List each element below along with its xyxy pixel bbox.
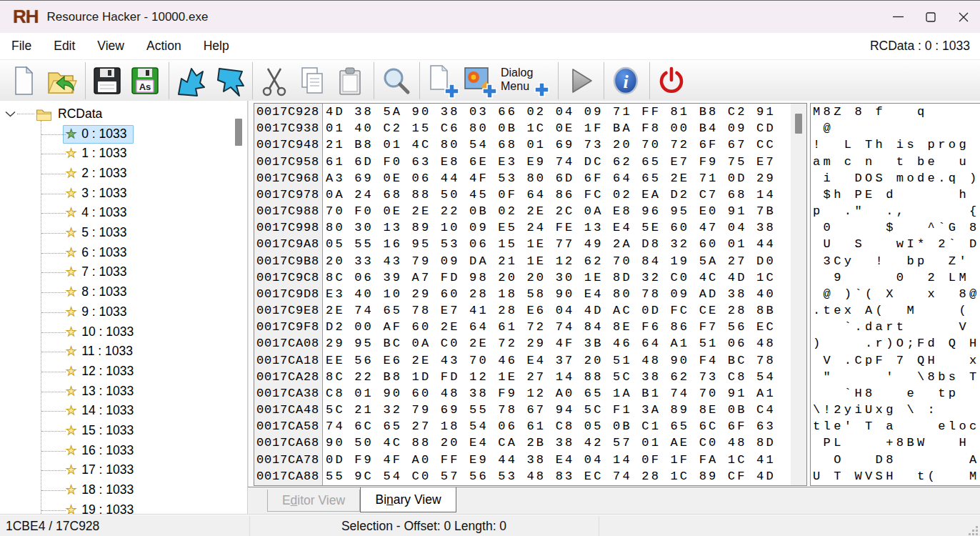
hex-row-bytes[interactable]: 21 B8 01 4C 80 54 68 01 69 73 20 70 72 6… [326, 138, 776, 152]
new-file-button[interactable] [6, 62, 41, 99]
ascii-row[interactable]: $h PE d h [813, 188, 980, 204]
hex-row[interactable]: 0017CA38C8 01 90 60 48 38 F9 12 A0 65 1A… [256, 387, 776, 403]
menu-help[interactable]: Help [202, 39, 231, 54]
tree-item[interactable]: ★15 : 1033 [0, 422, 247, 441]
find-button[interactable] [378, 62, 414, 99]
hex-view-panel[interactable]: 0017C9284D 38 5A 90 38 03 66 02 04 09 71… [254, 103, 807, 486]
ascii-row[interactable]: p ." ., { [813, 204, 980, 221]
tree-item[interactable]: ★9 : 1033 [0, 302, 247, 322]
menu-view[interactable]: View [96, 39, 126, 54]
ascii-view-panel[interactable]: M8Z 8 f q @ ! L Th is prog am c n t be u… [810, 103, 980, 486]
hex-row-bytes[interactable]: 55 9C 54 C0 57 56 53 48 83 EC 74 28 1C 8… [326, 470, 776, 483]
hex-row-bytes[interactable]: A3 69 0E 06 44 4F 53 80 6D 6F 64 65 2E 7… [326, 172, 776, 185]
ascii-row[interactable]: " ' \8bs T [813, 370, 980, 387]
ascii-row[interactable]: .tex A( M ( [813, 304, 980, 320]
add-dialog-menu-button[interactable]: Dialog Menu [499, 62, 552, 99]
hex-row[interactable]: 0017CA288C 22 B8 1D FD 12 1E 27 14 88 5C… [256, 370, 776, 387]
ascii-row[interactable]: U S wI* 2` D [813, 237, 980, 254]
close-button[interactable] [947, 1, 980, 33]
tree-item[interactable]: ★6 : 1033 [0, 243, 247, 262]
hex-row-bytes[interactable]: 8C 06 39 A7 FD 98 20 20 30 1E 8D 32 C0 4… [326, 271, 776, 284]
tree-item[interactable]: ★16 : 1033 [0, 441, 247, 460]
hex-row-bytes[interactable]: 29 95 BC 0A C0 2E 72 29 4F 3B 46 64 A1 5… [326, 337, 776, 350]
menu-edit[interactable]: Edit [52, 39, 76, 54]
hex-row[interactable]: 0017CA8855 9C 54 C0 57 56 53 48 83 EC 74… [256, 470, 776, 486]
tree-item[interactable]: ★14 : 1033 [0, 402, 247, 421]
hex-row[interactable]: 0017C9E82E 74 65 78 E7 41 28 E6 04 4D AC… [256, 304, 776, 320]
ascii-row[interactable]: ) .r)O;Fd Q H [813, 337, 980, 353]
tree-root-rcdata[interactable]: RCData [0, 104, 247, 124]
ascii-row[interactable]: 9 0 2 LM [813, 271, 980, 287]
save-button[interactable] [89, 62, 125, 99]
tree-item[interactable]: ★19 : 1033 [0, 500, 247, 514]
ascii-row[interactable]: 3Cy ! bp Z' [813, 254, 980, 271]
ascii-row[interactable]: i DOS mode.q ) [813, 172, 980, 188]
ascii-row[interactable]: 0 $ ^`G 8 [813, 221, 980, 237]
hex-row-bytes[interactable]: 61 6D F0 63 E8 6E E3 E9 74 DC 62 65 E7 F… [326, 155, 776, 169]
menu-file[interactable]: File [10, 39, 33, 54]
hex-scrollbar-track[interactable] [791, 104, 806, 485]
exit-button[interactable] [654, 62, 689, 99]
hex-row-bytes[interactable]: EE 56 E6 2E 43 70 46 E4 37 20 51 48 90 F… [326, 354, 776, 367]
ascii-row[interactable]: @ )`( X x 8@ [813, 287, 980, 304]
save-as-button[interactable]: As [127, 62, 163, 99]
hex-row-bytes[interactable]: C8 01 90 60 48 38 F9 12 A0 65 1A B1 74 7… [326, 387, 776, 400]
hex-row[interactable]: 0017CA485C 21 32 79 69 55 78 67 94 5C F1… [256, 403, 776, 420]
panel-splitter[interactable] [248, 101, 249, 514]
ascii-row[interactable]: O D8 A [813, 453, 980, 470]
hex-row[interactable]: 0017C9284D 38 5A 90 38 03 66 02 04 09 71… [256, 105, 776, 121]
tree-item[interactable]: ★1 : 1033 [0, 144, 247, 164]
hex-row[interactable]: 0017C94821 B8 01 4C 80 54 68 01 69 73 20… [256, 138, 776, 154]
hex-row[interactable]: 0017C99880 30 13 89 10 09 E5 24 FE 13 E4… [256, 221, 776, 237]
add-image-resource-button[interactable] [461, 62, 497, 99]
hex-row[interactable]: 0017C9B820 33 43 79 09 DA 21 1E 12 62 70… [256, 254, 776, 271]
hex-row-bytes[interactable]: 70 F0 0E 2E 22 0B 02 2E 2C 0A E8 96 95 E… [326, 204, 776, 218]
jump-back-button[interactable] [173, 62, 209, 99]
hex-row-bytes[interactable]: 05 55 16 95 53 06 15 1E 77 49 2A D8 32 6… [326, 237, 776, 251]
tree-item[interactable]: ★5 : 1033 [0, 224, 247, 243]
jump-forward-button[interactable] [211, 62, 246, 99]
hex-row[interactable]: 0017C9C88C 06 39 A7 FD 98 20 20 30 1E 8D… [256, 271, 776, 287]
tree-item[interactable]: ★17 : 1033 [0, 461, 247, 480]
hex-scrollbar-thumb[interactable] [795, 114, 802, 134]
hex-row-bytes[interactable]: 01 40 C2 15 C6 80 0B 1C 0E 1F BA F8 00 B… [326, 121, 776, 135]
hex-row[interactable]: 0017C98870 F0 0E 2E 22 0B 02 2E 2C 0A E8… [256, 204, 776, 221]
minimize-button[interactable] [881, 1, 914, 33]
hex-row[interactable]: 0017C968A3 69 0E 06 44 4F 53 80 6D 6F 64… [256, 172, 776, 188]
tree-item[interactable]: ★13 : 1033 [0, 382, 247, 401]
hex-row[interactable]: 0017C9D8E3 40 10 29 60 28 18 58 90 E4 80… [256, 287, 776, 304]
ascii-row[interactable]: PL +8BW H [813, 436, 980, 452]
maximize-button[interactable] [914, 1, 947, 33]
hex-row[interactable]: 0017C95861 6D F0 63 E8 6E E3 E9 74 DC 62… [256, 155, 776, 172]
tree-item[interactable]: ★7 : 1033 [0, 263, 247, 282]
hex-row[interactable]: 0017CA780D F9 4F A0 FF E9 44 38 E4 04 14… [256, 453, 776, 470]
ascii-row[interactable]: `.dart V [813, 320, 980, 337]
hex-row-bytes[interactable]: 0A 24 68 88 50 45 0F 64 86 FC 02 EA D2 C… [326, 188, 776, 202]
tree-item[interactable]: ★8 : 1033 [0, 283, 247, 302]
ascii-row[interactable]: `H8 e tp [813, 387, 980, 403]
tree-item[interactable]: ★3 : 1033 [0, 184, 247, 203]
tree-scrollbar-thumb[interactable] [235, 119, 242, 146]
hex-row[interactable]: 0017C9F8D2 00 AF 60 2E 64 61 72 74 84 8E… [256, 320, 776, 337]
hex-row-bytes[interactable]: E3 40 10 29 60 28 18 58 90 E4 80 78 09 A… [326, 287, 776, 301]
paste-button[interactable] [332, 62, 368, 99]
ascii-row[interactable]: tle' T a eloc [813, 420, 980, 436]
hex-row[interactable]: 0017CA6890 50 4C 88 20 E4 CA 2B 38 42 57… [256, 436, 776, 452]
hex-row[interactable]: 0017CA5874 6C 65 27 18 54 06 61 C8 05 0B… [256, 420, 776, 436]
ascii-row[interactable]: ! L Th is prog [813, 138, 980, 154]
hex-row[interactable]: 0017C93801 40 C2 15 C6 80 0B 1C 0E 1F BA… [256, 121, 776, 138]
tree-item[interactable]: ★2 : 1033 [0, 164, 247, 183]
hex-row[interactable]: 0017CA18EE 56 E6 2E 43 70 46 E4 37 20 51… [256, 354, 776, 370]
ascii-row[interactable]: \!2yiUxg \ : [813, 403, 980, 420]
tree-item[interactable]: ★0 : 1033 [0, 124, 247, 144]
cut-button[interactable] [256, 62, 292, 99]
hex-row-bytes[interactable]: 20 33 43 79 09 DA 21 1E 12 62 70 84 19 5… [326, 254, 776, 268]
hex-row-bytes[interactable]: 4D 38 5A 90 38 03 66 02 04 09 71 FF 81 B… [326, 105, 776, 119]
ascii-row[interactable]: U T WVSH t( M [813, 470, 980, 486]
hex-row[interactable]: 0017C9780A 24 68 88 50 45 0F 64 86 FC 02… [256, 188, 776, 204]
about-button[interactable]: i [608, 62, 644, 99]
tree-item[interactable]: ★12 : 1033 [0, 362, 247, 381]
ascii-row[interactable]: am c n t be u [813, 155, 980, 172]
tab-binary-view[interactable]: Binary View [360, 487, 456, 512]
tree-item[interactable]: ★18 : 1033 [0, 481, 247, 500]
